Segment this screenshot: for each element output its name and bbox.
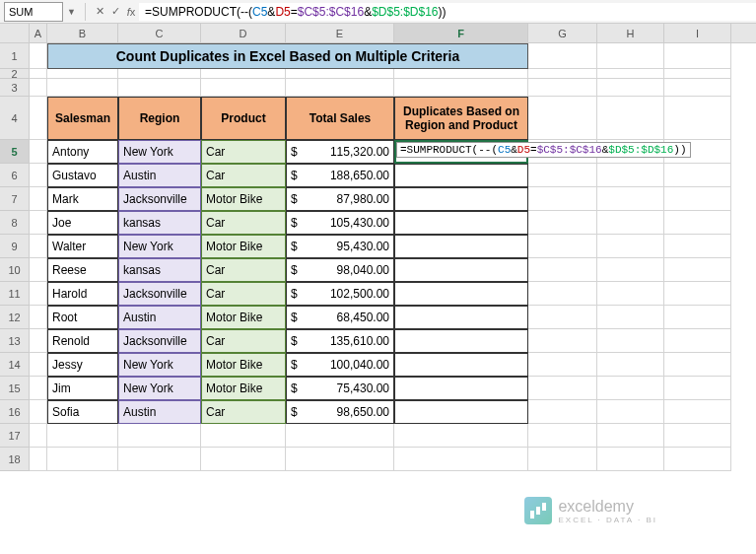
region-cell[interactable]: New York — [118, 353, 201, 377]
region-cell[interactable]: New York — [118, 235, 201, 258]
cell[interactable] — [528, 43, 597, 69]
sales-cell[interactable]: $188,650.00 — [286, 164, 394, 187]
row-header-15[interactable]: 15 — [0, 377, 30, 400]
spreadsheet-grid[interactable]: A B C D E F G H I 1 Count Duplicates in … — [0, 24, 756, 471]
cell[interactable] — [30, 43, 47, 69]
product-cell[interactable]: Car — [201, 164, 286, 187]
formula-edit-overlay[interactable]: =SUMPRODUCT(--(C5&D5=$C$5:$C$16&$D$5:$D$… — [396, 142, 691, 158]
product-cell[interactable]: Car — [201, 329, 286, 353]
salesman-cell[interactable]: Antony — [47, 140, 118, 164]
row-header-1[interactable]: 1 — [0, 43, 30, 69]
cell[interactable] — [664, 43, 731, 69]
region-cell[interactable]: kansas — [118, 258, 201, 282]
row-header-14[interactable]: 14 — [0, 353, 30, 377]
product-cell[interactable]: Motor Bike — [201, 187, 286, 211]
salesman-cell[interactable]: Sofia — [47, 400, 118, 424]
col-header-B[interactable]: B — [47, 24, 118, 42]
cell[interactable] — [394, 235, 528, 258]
salesman-cell[interactable]: Gustavo — [47, 164, 118, 187]
name-box-dropdown-icon[interactable]: ▼ — [67, 7, 79, 17]
sales-cell[interactable]: $75,430.00 — [286, 377, 394, 400]
row-header-9[interactable]: 9 — [0, 235, 30, 258]
col-header-E[interactable]: E — [286, 24, 394, 42]
cell[interactable] — [394, 164, 528, 187]
row-header-6[interactable]: 6 — [0, 164, 30, 187]
region-cell[interactable]: New York — [118, 140, 201, 164]
product-cell[interactable]: Motor Bike — [201, 377, 286, 400]
title-cell[interactable]: Count Duplicates in Excel Based on Multi… — [47, 43, 528, 69]
cell[interactable] — [394, 211, 528, 235]
salesman-cell[interactable]: Mark — [47, 187, 118, 211]
row-header-11[interactable]: 11 — [0, 282, 30, 306]
row-header-8[interactable]: 8 — [0, 211, 30, 235]
cell[interactable] — [394, 306, 528, 329]
sales-cell[interactable]: $95,430.00 — [286, 235, 394, 258]
cell[interactable] — [394, 377, 528, 400]
col-header-D[interactable]: D — [201, 24, 286, 42]
fx-icon[interactable]: fx — [123, 6, 139, 18]
sales-cell[interactable]: $98,040.00 — [286, 258, 394, 282]
region-cell[interactable]: Austin — [118, 400, 201, 424]
cell[interactable] — [394, 329, 528, 353]
product-cell[interactable]: Car — [201, 258, 286, 282]
row-header-2[interactable]: 2 — [0, 69, 30, 79]
enter-icon[interactable]: ✓ — [107, 5, 123, 18]
active-cell-F5[interactable]: =SUMPRODUCT(--(C5&D5=$C$5:$C$16&$D$5:$D$… — [394, 140, 528, 164]
row-header-13[interactable]: 13 — [0, 329, 30, 353]
salesman-cell[interactable]: Walter — [47, 235, 118, 258]
col-header-G[interactable]: G — [528, 24, 597, 42]
region-cell[interactable]: kansas — [118, 211, 201, 235]
name-box[interactable]: SUM — [4, 2, 63, 22]
product-cell[interactable]: Car — [201, 211, 286, 235]
row-header-4[interactable]: 4 — [0, 97, 30, 140]
cell[interactable] — [394, 353, 528, 377]
row-header-12[interactable]: 12 — [0, 306, 30, 329]
salesman-cell[interactable]: Reese — [47, 258, 118, 282]
product-cell[interactable]: Car — [201, 400, 286, 424]
product-cell[interactable]: Car — [201, 282, 286, 306]
col-header-A[interactable]: A — [30, 24, 47, 42]
sales-cell[interactable]: $87,980.00 — [286, 187, 394, 211]
region-cell[interactable]: Jacksonville — [118, 282, 201, 306]
header-product[interactable]: Product — [201, 97, 286, 140]
region-cell[interactable]: Austin — [118, 164, 201, 187]
product-cell[interactable]: Car — [201, 140, 286, 164]
sales-cell[interactable]: $102,500.00 — [286, 282, 394, 306]
row-header-5[interactable]: 5 — [0, 140, 30, 164]
sales-cell[interactable]: $98,650.00 — [286, 400, 394, 424]
region-cell[interactable]: New York — [118, 377, 201, 400]
header-sales[interactable]: Total Sales — [286, 97, 394, 140]
row-header-7[interactable]: 7 — [0, 187, 30, 211]
product-cell[interactable]: Motor Bike — [201, 235, 286, 258]
row-header-17[interactable]: 17 — [0, 424, 30, 448]
salesman-cell[interactable]: Root — [47, 306, 118, 329]
region-cell[interactable]: Jacksonville — [118, 187, 201, 211]
salesman-cell[interactable]: Harold — [47, 282, 118, 306]
formula-input[interactable]: =SUMPRODUCT(--(C5&D5=$C$5:$C$16&$D$5:$D$… — [139, 3, 756, 21]
cell[interactable] — [394, 187, 528, 211]
select-all-corner[interactable] — [0, 24, 30, 42]
sales-cell[interactable]: $100,040.00 — [286, 353, 394, 377]
col-header-C[interactable]: C — [118, 24, 201, 42]
salesman-cell[interactable]: Renold — [47, 329, 118, 353]
cell[interactable] — [394, 282, 528, 306]
sales-cell[interactable]: $135,610.00 — [286, 329, 394, 353]
cell[interactable] — [597, 43, 664, 69]
salesman-cell[interactable]: Jessy — [47, 353, 118, 377]
product-cell[interactable]: Motor Bike — [201, 353, 286, 377]
sales-cell[interactable]: $115,320.00 — [286, 140, 394, 164]
col-header-F[interactable]: F — [394, 24, 528, 42]
product-cell[interactable]: Motor Bike — [201, 306, 286, 329]
sales-cell[interactable]: $68,450.00 — [286, 306, 394, 329]
row-header-16[interactable]: 16 — [0, 400, 30, 424]
header-duplicates[interactable]: Duplicates Based on Region and Product — [394, 97, 528, 140]
row-header-3[interactable]: 3 — [0, 79, 30, 97]
header-region[interactable]: Region — [118, 97, 201, 140]
cancel-icon[interactable]: ✕ — [92, 5, 107, 18]
salesman-cell[interactable]: Joe — [47, 211, 118, 235]
cell[interactable] — [394, 400, 528, 424]
sales-cell[interactable]: $105,430.00 — [286, 211, 394, 235]
col-header-H[interactable]: H — [597, 24, 664, 42]
salesman-cell[interactable]: Jim — [47, 377, 118, 400]
region-cell[interactable]: Jacksonville — [118, 329, 201, 353]
